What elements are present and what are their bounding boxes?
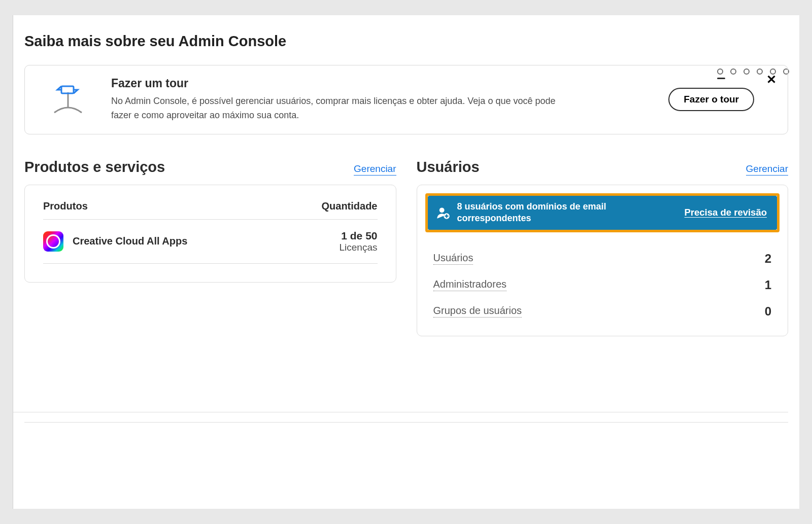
page-title: Saiba mais sobre seu Admin Console — [24, 33, 788, 50]
svg-point-2 — [439, 208, 444, 213]
users-row-admins[interactable]: Administradores 1 — [433, 273, 772, 299]
product-unit: Licenças — [340, 242, 378, 253]
divider — [24, 422, 788, 423]
users-section: Usuários Gerenciar 8 usuários com domíni… — [417, 159, 789, 336]
users-manage-link[interactable]: Gerenciar — [746, 163, 788, 176]
col-header-product: Produtos — [43, 200, 88, 212]
close-icon[interactable]: ✕ — [766, 73, 776, 87]
products-manage-link[interactable]: Gerenciar — [354, 163, 396, 176]
groups-label: Grupos de usuários — [433, 305, 522, 318]
users-panel: 8 usuários com domínios de email corresp… — [417, 185, 789, 336]
col-header-qty: Quantidade — [321, 200, 377, 212]
creative-cloud-icon — [43, 231, 63, 252]
products-section: Produtos e serviços Gerenciar Produtos Q… — [24, 159, 396, 336]
review-banner: 8 usuários com domínios de email corresp… — [428, 196, 777, 230]
users-row-groups[interactable]: Grupos de usuários 0 — [433, 299, 772, 326]
admins-count: 1 — [765, 278, 771, 292]
products-panel: Produtos Quantidade Creative Cloud All A… — [24, 185, 396, 283]
products-heading: Produtos e serviços — [24, 159, 165, 176]
users-label: Usuários — [433, 252, 473, 265]
product-row[interactable]: Creative Cloud All Apps 1 de 50 Licenças — [43, 220, 378, 264]
user-add-icon — [436, 205, 450, 220]
needs-review-link[interactable]: Precisa de revisão — [685, 207, 767, 218]
take-tour-button[interactable]: Fazer o tour — [668, 88, 754, 111]
tour-description: No Admin Console, é possível gerenciar u… — [111, 94, 568, 123]
divider — [13, 412, 788, 412]
tour-title: Fazer um tour — [111, 77, 653, 90]
review-banner-highlight: 8 usuários com domínios de email corresp… — [425, 193, 780, 232]
tour-illustration — [40, 83, 96, 116]
signpost-icon — [51, 83, 85, 116]
tour-card: ✕ Fazer um tour No Admin Console, é poss… — [24, 65, 788, 134]
product-name: Creative Cloud All Apps — [73, 235, 187, 247]
svg-rect-1 — [61, 86, 74, 93]
users-row-users[interactable]: Usuários 2 — [433, 247, 772, 273]
users-heading: Usuários — [417, 159, 480, 176]
groups-count: 0 — [765, 304, 771, 319]
review-banner-text: 8 usuários com domínios de email corresp… — [457, 201, 678, 225]
product-count: 1 de 50 — [340, 230, 378, 242]
admins-label: Administradores — [433, 278, 507, 291]
admin-console-page: Saiba mais sobre seu Admin Console ✕ Faz… — [13, 15, 799, 509]
users-count: 2 — [765, 252, 771, 266]
